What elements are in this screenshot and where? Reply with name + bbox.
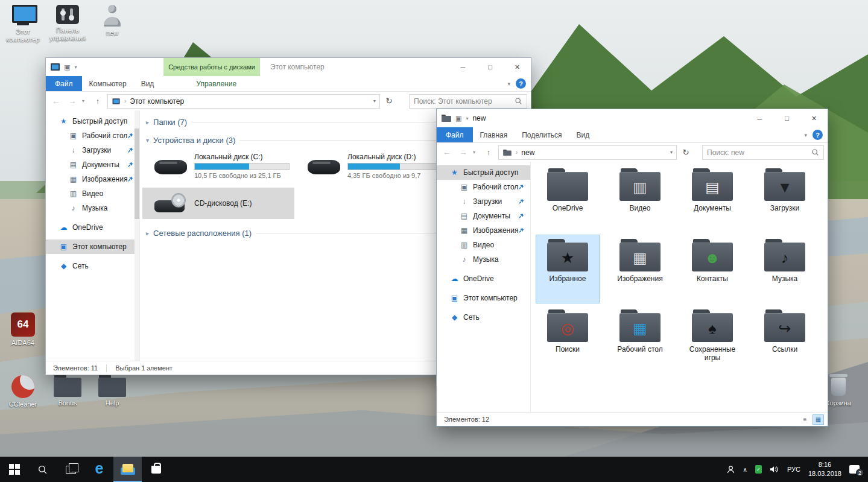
qat-dropdown-icon[interactable]: ▾ bbox=[466, 116, 468, 121]
contextual-tab-disk-tools[interactable]: Средства работы с дисками bbox=[163, 58, 260, 76]
maximize-button[interactable]: □ bbox=[773, 109, 800, 127]
address-dropdown-icon[interactable]: ▾ bbox=[373, 98, 376, 104]
start-button[interactable] bbox=[0, 457, 28, 482]
expand-ribbon-icon[interactable]: ▾ bbox=[507, 81, 510, 87]
tray-expand-icon[interactable]: ∧ bbox=[743, 466, 747, 473]
sidebar-item-downloads[interactable]: ↓Загрузки bbox=[437, 194, 530, 209]
folder-tile-downloads[interactable]: ▼Загрузки bbox=[753, 164, 817, 233]
address-bar[interactable]: › new ▾ bbox=[498, 145, 677, 160]
search-button[interactable] bbox=[28, 457, 57, 482]
tab-view[interactable]: Вид bbox=[569, 127, 597, 142]
tray-user-icon[interactable] bbox=[726, 465, 735, 474]
minimize-button[interactable]: – bbox=[746, 109, 773, 127]
folder-tile-desktop[interactable]: ▦Рабочий стол bbox=[608, 305, 672, 374]
store-button[interactable] bbox=[142, 457, 170, 482]
explorer-window-new[interactable]: ▣ ▾ new – □ × Файл Главная Поделиться Ви… bbox=[436, 109, 828, 427]
qat-dropdown-icon[interactable]: ▾ bbox=[74, 65, 77, 70]
tab-manage[interactable]: Управление bbox=[189, 76, 244, 91]
up-button[interactable]: ↑ bbox=[91, 97, 104, 106]
sidebar-item-desktop[interactable]: ▣Рабочий стол bbox=[437, 180, 530, 194]
sidebar-item-downloads[interactable]: ↓Загрузки bbox=[46, 143, 139, 157]
tab-file[interactable]: Файл bbox=[437, 127, 473, 142]
sidebar-item-music[interactable]: ♪Музыка bbox=[437, 252, 530, 267]
close-button[interactable]: × bbox=[504, 58, 531, 75]
search-box[interactable]: Поиск: Этот компьютер bbox=[409, 94, 527, 109]
drive-item-d[interactable]: Локальный диск (D:) 4,35 ГБ свободно из … bbox=[296, 149, 448, 183]
notification-center-icon[interactable]: 2 bbox=[849, 465, 860, 474]
sidebar-scrollbar[interactable] bbox=[135, 110, 139, 361]
sidebar-item-pictures[interactable]: ▦Изображения bbox=[46, 172, 139, 186]
tab-file[interactable]: Файл bbox=[46, 76, 82, 91]
expand-ribbon-icon[interactable]: ▾ bbox=[804, 132, 807, 138]
tab-view[interactable]: Вид bbox=[134, 76, 162, 91]
edge-button[interactable]: e bbox=[85, 457, 113, 482]
title-bar[interactable]: ▣ ▾ new – □ × bbox=[437, 109, 828, 127]
sidebar-item-network[interactable]: ◆Сеть bbox=[437, 310, 530, 325]
folder-tile-videos[interactable]: ▥Видео bbox=[608, 164, 672, 233]
sidebar-item-music[interactable]: ♪Музыка bbox=[46, 201, 139, 215]
address-dropdown-icon[interactable]: ▾ bbox=[670, 150, 673, 155]
folder-tile-music[interactable]: ♪Музыка bbox=[753, 235, 817, 303]
desktop-icon-user-new[interactable]: new bbox=[89, 5, 135, 37]
details-view-button[interactable]: ≡ bbox=[799, 414, 811, 425]
help-icon[interactable]: ? bbox=[813, 130, 823, 140]
task-view-button[interactable] bbox=[57, 457, 85, 482]
recent-locations-icon[interactable]: ▾ bbox=[473, 150, 479, 155]
sidebar-item-quick-access[interactable]: ★Быстрый доступ bbox=[46, 114, 139, 128]
tab-share[interactable]: Поделиться bbox=[515, 127, 569, 142]
folder-tile-searches[interactable]: ◎Поиски bbox=[536, 305, 600, 374]
sidebar-item-quick-access[interactable]: ★Быстрый доступ bbox=[437, 165, 530, 180]
drive-item-e-selected[interactable]: CD-дисковод (E:) bbox=[142, 188, 294, 219]
sidebar-item-pictures[interactable]: ▦Изображения bbox=[437, 223, 530, 238]
folder-tile-pictures[interactable]: ▦Изображения bbox=[608, 235, 672, 303]
sidebar-item-this-pc[interactable]: ▣Этот компьютер bbox=[46, 239, 139, 254]
forward-button[interactable]: → bbox=[66, 97, 79, 106]
folder-tile-favorites[interactable]: ★Избранное bbox=[536, 235, 600, 303]
title-bar[interactable]: ▣ ▾ Средства работы с дисками Этот компь… bbox=[46, 58, 531, 76]
sidebar-item-documents[interactable]: ▤Документы bbox=[437, 209, 530, 223]
sidebar-item-network[interactable]: ◆Сеть bbox=[46, 259, 139, 273]
chevron-right-icon[interactable]: ▸ bbox=[146, 230, 149, 236]
minimize-button[interactable]: – bbox=[449, 58, 477, 75]
chevron-down-icon[interactable]: ▾ bbox=[146, 137, 149, 144]
sidebar-item-desktop[interactable]: ▣Рабочий стол bbox=[46, 128, 139, 143]
back-button[interactable]: ← bbox=[49, 97, 63, 106]
recent-locations-icon[interactable]: ▾ bbox=[82, 98, 88, 104]
up-button[interactable]: ↑ bbox=[482, 148, 495, 157]
sidebar-item-videos[interactable]: ▥Видео bbox=[437, 238, 530, 252]
desktop-icon-bonus[interactable]: Bonus bbox=[45, 374, 90, 407]
qat-icon[interactable]: ▣ bbox=[455, 115, 461, 122]
file-explorer-button[interactable] bbox=[113, 457, 142, 482]
chevron-right-icon[interactable]: ▸ bbox=[146, 119, 149, 125]
close-button[interactable]: × bbox=[800, 109, 828, 127]
sidebar-item-onedrive[interactable]: ☁OneDrive bbox=[437, 271, 530, 286]
sidebar-item-documents[interactable]: ▤Документы bbox=[46, 157, 139, 172]
sidebar-item-onedrive[interactable]: ☁OneDrive bbox=[46, 220, 139, 235]
qat-icon[interactable]: ▣ bbox=[64, 63, 70, 71]
folder-tile-links[interactable]: ↪Ссылки bbox=[753, 305, 817, 374]
maximize-button[interactable]: □ bbox=[477, 58, 504, 75]
search-icon[interactable] bbox=[811, 148, 819, 156]
clock[interactable]: 8:16 18.03.2018 bbox=[808, 460, 841, 478]
help-icon[interactable]: ? bbox=[516, 78, 526, 89]
desktop-icon-this-pc[interactable]: Этот компьютер bbox=[0, 5, 46, 43]
tab-computer[interactable]: Компьютер bbox=[82, 76, 134, 91]
folder-tile-documents[interactable]: ▤Документы bbox=[680, 164, 744, 233]
language-indicator[interactable]: РУС bbox=[787, 466, 800, 473]
desktop-icon-ccleaner[interactable]: CCleaner bbox=[0, 375, 46, 408]
tray-volume-icon[interactable] bbox=[770, 465, 779, 474]
sidebar-item-this-pc[interactable]: ▣Этот компьютер bbox=[437, 291, 530, 305]
desktop-icon-aida64[interactable]: 64 AIDA64 bbox=[0, 312, 46, 347]
sidebar-item-videos[interactable]: ▥Видео bbox=[46, 186, 139, 201]
search-icon[interactable] bbox=[515, 97, 522, 105]
folder-tile-contacts[interactable]: ☻Контакты bbox=[680, 235, 744, 303]
desktop-icon-help[interactable]: Help bbox=[89, 374, 135, 407]
refresh-icon[interactable]: ↻ bbox=[383, 97, 395, 106]
refresh-icon[interactable]: ↻ bbox=[680, 148, 692, 157]
scrollbar-thumb[interactable] bbox=[135, 128, 139, 219]
thumbnail-view-button[interactable]: ▦ bbox=[813, 414, 824, 425]
forward-button[interactable]: → bbox=[457, 148, 470, 157]
drive-item-c[interactable]: Локальный диск (C:) 10,5 ГБ свободно из … bbox=[142, 149, 294, 183]
tray-status-icon[interactable]: ✓ bbox=[755, 465, 762, 474]
desktop-icon-control-panel[interactable]: Панель управления bbox=[45, 5, 90, 42]
